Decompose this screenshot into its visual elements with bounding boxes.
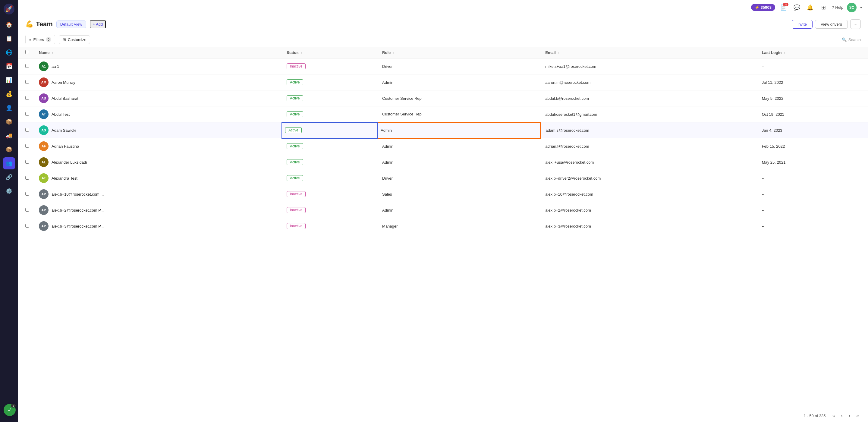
row-checkbox-cell (18, 107, 34, 122)
name-cell-content: A1 aa 1 (39, 61, 277, 71)
table-header: Name ↕ Status ↕ Role ↕ Email ↕ (18, 47, 868, 58)
role-text: Admin (381, 128, 392, 132)
row-email-cell: alex.l+usa@roserocket.com (540, 154, 757, 170)
row-status-cell[interactable]: Active (282, 107, 377, 122)
col-name[interactable]: Name ↕ (34, 47, 282, 58)
messages-icon[interactable]: 📄 38 (779, 3, 788, 12)
sidebar-item-contacts[interactable]: 👤 (3, 102, 15, 114)
user-avatar[interactable]: SC (847, 3, 857, 12)
sidebar-item-fleet[interactable]: 🚚 (3, 130, 15, 142)
search-box[interactable]: 🔍 Search (842, 37, 861, 42)
row-checkbox[interactable] (25, 64, 29, 68)
row-status-cell[interactable]: Inactive (282, 186, 377, 202)
row-name-cell: AT Alexandra Test (34, 170, 282, 186)
filters-button[interactable]: ≡ Filters 0 (25, 35, 55, 44)
row-role-cell: Manager (377, 218, 540, 234)
sidebar-item-packages[interactable]: 📦 (3, 144, 15, 155)
invite-button[interactable]: Invite (792, 20, 812, 29)
table-row: AT Alexandra Test ActiveDriveralex.b+dri… (18, 170, 868, 186)
col-last-login[interactable]: Last Login ↕ (757, 47, 868, 58)
email-text: alex.l+usa@roserocket.com (545, 160, 594, 164)
title-icon: 💪 (25, 20, 33, 28)
col-status[interactable]: Status ↕ (282, 47, 377, 58)
row-checkbox[interactable] (25, 176, 29, 180)
col-role[interactable]: Role ↕ (377, 47, 540, 58)
sidebar-item-calendar[interactable]: 📅 (3, 60, 15, 72)
last-login-sort-icon: ↕ (784, 51, 785, 55)
sidebar-item-shipments[interactable]: 📦 (3, 116, 15, 128)
pagination-next[interactable]: › (847, 412, 852, 420)
table-row: AM Aaron Murray ActiveAdminaaron.m@roser… (18, 74, 868, 90)
role-text: Customer Service Rep (382, 112, 422, 116)
table-row: A1 aa 1 InactiveDrivermike.s+aa1@roseroc… (18, 58, 868, 74)
row-status-cell[interactable]: Active (282, 138, 377, 154)
user-avatar-circle: AS (39, 125, 49, 135)
sidebar-item-orders[interactable]: 📋 (3, 33, 15, 44)
email-text: mike.s+aa1@roserocket.com (545, 64, 596, 69)
row-checkbox[interactable] (25, 208, 29, 212)
grid-icon[interactable]: ⊞ (818, 3, 828, 12)
row-checkbox[interactable] (25, 192, 29, 195)
view-selector[interactable]: Default View (56, 21, 86, 28)
email-text: alex.b+10@roserocket.com (545, 192, 593, 197)
sidebar-item-settings[interactable]: ⚙️ (3, 185, 15, 197)
help-button[interactable]: ? Help (832, 5, 843, 10)
row-checkbox[interactable] (25, 80, 29, 84)
row-last-login-cell: -- (757, 170, 868, 186)
user-name: Abdul Basharat (52, 96, 79, 101)
row-status-cell[interactable]: Inactive (282, 202, 377, 218)
row-status-cell[interactable]: Active (282, 74, 377, 90)
status-badge: Active (287, 159, 303, 165)
user-avatar-circle: AF (39, 141, 49, 151)
sidebar-item-reports[interactable]: 📊 (3, 74, 15, 86)
pagination-first[interactable]: « (831, 412, 837, 420)
row-checkbox[interactable] (25, 160, 29, 164)
row-status-cell[interactable]: Active (282, 90, 377, 107)
customize-button[interactable]: ⊞ Customize (59, 35, 90, 44)
name-cell-content: AL Alexander Luksidadi (39, 157, 277, 167)
sidebar-item-integrations[interactable]: 🔗 (3, 171, 15, 183)
row-checkbox-cell (18, 154, 34, 170)
customize-icon: ⊞ (63, 37, 66, 42)
view-drivers-button[interactable]: View drivers (815, 20, 848, 29)
row-checkbox[interactable] (25, 144, 29, 148)
sidebar-item-network[interactable]: 🌐 (3, 47, 15, 58)
last-login-text: May 5, 2022 (762, 96, 784, 101)
row-name-cell: AP alex.b+10@roserocket.com ... (34, 186, 282, 202)
last-login-text: -- (762, 224, 765, 229)
chat-icon[interactable]: 💬 (792, 3, 802, 12)
role-text: Customer Service Rep (382, 96, 422, 101)
row-checkbox[interactable] (25, 128, 29, 132)
sidebar-item-finance[interactable]: 💰 (3, 88, 15, 100)
sidebar-item-team[interactable]: 👥 (3, 157, 15, 170)
add-button[interactable]: + Add (90, 20, 106, 28)
pagination-bar: 1 - 50 of 335 « ‹ › » (18, 409, 868, 422)
row-checkbox-cell (18, 186, 34, 202)
select-all-checkbox[interactable] (25, 50, 29, 54)
sidebar-item-home[interactable]: 🏠 (3, 19, 15, 31)
pagination-last[interactable]: » (855, 412, 861, 420)
row-role-cell: Admin (377, 74, 540, 90)
row-email-cell: alex.b+2@roserocket.com (540, 202, 757, 218)
row-status-cell[interactable]: Active (282, 170, 377, 186)
pagination-prev[interactable]: ‹ (839, 412, 844, 420)
col-email[interactable]: Email ↕ (540, 47, 757, 58)
app-logo[interactable]: 🚀 (4, 4, 14, 14)
row-checkbox[interactable] (25, 112, 29, 116)
points-display[interactable]: ⚡ 35903 (751, 4, 775, 11)
row-status-cell[interactable]: Inactive (282, 218, 377, 234)
last-login-text: Jul 11, 2022 (762, 80, 783, 85)
row-status-cell[interactable]: Active (282, 122, 377, 138)
user-menu-caret[interactable]: ▾ (860, 5, 862, 10)
row-email-cell: alex.b+10@roserocket.com (540, 186, 757, 202)
row-status-cell[interactable]: Inactive (282, 58, 377, 74)
notification-badge[interactable]: ✓ 2 (4, 404, 16, 416)
more-options-button[interactable]: ··· (850, 19, 861, 29)
email-sort-icon: ↕ (558, 51, 560, 55)
row-checkbox[interactable] (25, 96, 29, 100)
row-checkbox[interactable] (25, 224, 29, 228)
bell-icon[interactable]: 🔔 (805, 3, 815, 12)
user-avatar-circle: AP (39, 205, 49, 215)
status-badge: Active (287, 143, 303, 149)
row-status-cell[interactable]: Active (282, 154, 377, 170)
